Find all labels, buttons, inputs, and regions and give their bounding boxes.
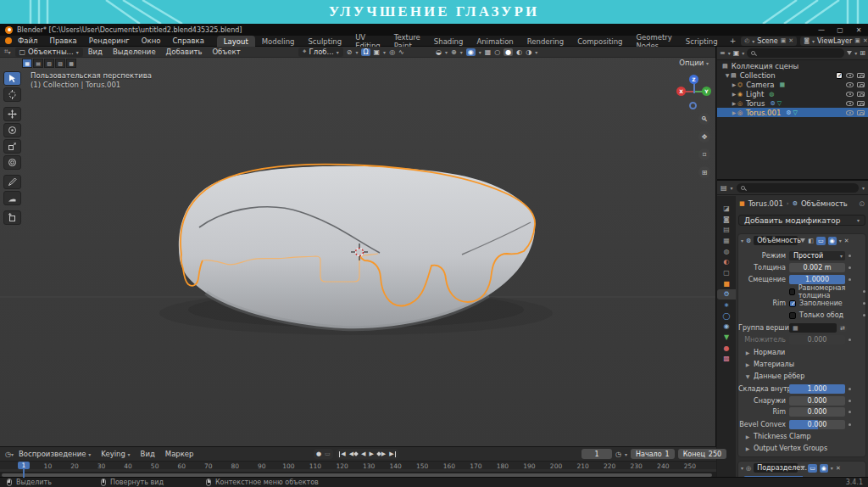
tab-texture[interactable]: ▩	[717, 354, 736, 365]
rim-fill-checkbox[interactable]	[789, 300, 796, 307]
tab-collection[interactable]: ▢	[717, 267, 736, 278]
select-mode-invert-icon[interactable]: ▨	[55, 59, 65, 68]
mode-dropdown[interactable]: Простой▾	[789, 251, 845, 260]
menu-view[interactable]: Вид	[136, 450, 160, 458]
shading-wireframe-icon[interactable]: ○	[494, 48, 500, 56]
animate-dot[interactable]	[849, 255, 851, 257]
filter-icon[interactable]	[847, 51, 852, 55]
collection-checkbox[interactable]	[836, 72, 843, 79]
pivot-point-icon[interactable]: ⊘	[347, 48, 353, 56]
current-frame-field[interactable]: 1	[581, 449, 612, 459]
tab-constraints[interactable]: ◉	[717, 322, 736, 333]
proportional-editing-icon[interactable]: ◎	[389, 48, 395, 56]
hide-viewport-icon[interactable]	[846, 110, 854, 115]
outliner-display-mode-icon[interactable]: ≡	[720, 49, 726, 57]
menu-window[interactable]: Окно	[136, 36, 167, 45]
shading-material-icon[interactable]: ◐	[516, 48, 522, 56]
animate-dot[interactable]	[849, 423, 851, 426]
tab-animation[interactable]: Animation	[470, 36, 520, 47]
crease-inner-slider[interactable]: 1.000	[789, 384, 845, 394]
collection-row[interactable]: ▼ ▤ Collection	[717, 70, 868, 80]
disable-render-icon[interactable]	[857, 110, 865, 115]
transform-orientation-dropdown[interactable]: ⌖ Глоб... ▾	[298, 48, 343, 57]
tab-world[interactable]: ◐	[717, 256, 736, 267]
extras-menu-icon[interactable]: ▾	[831, 465, 833, 471]
disable-render-icon[interactable]	[857, 92, 865, 97]
viewport-3d[interactable]: ⌗▾ ▢ Объектны... ▾ Вид Выделение Добавит…	[0, 47, 716, 446]
disclosure-icon[interactable]: ▶	[731, 91, 737, 97]
menu-object[interactable]: Объект	[207, 48, 245, 56]
tab-geometry-nodes[interactable]: Geometry Nodes	[629, 36, 678, 47]
gizmo-axis-x[interactable]: X	[676, 87, 686, 96]
disable-render-icon[interactable]	[857, 101, 865, 106]
navigation-gizmo[interactable]: Z X Y	[661, 68, 712, 119]
display-render-icon[interactable]: ◉	[828, 237, 837, 245]
view-layer-selector[interactable]: ◙▾ ViewLayer ▣✕	[800, 36, 868, 46]
camera-view-icon[interactable]: ⌑	[698, 148, 710, 160]
timeline-ruler-ticks[interactable]: 1020304050607080901001101201301401501601…	[0, 461, 716, 469]
hide-viewport-icon[interactable]	[846, 92, 854, 97]
display-viewport-icon[interactable]: ▭	[808, 464, 817, 473]
menu-select[interactable]: Выделение	[108, 48, 161, 56]
hide-viewport-icon[interactable]	[846, 82, 854, 87]
bevel-convex-slider[interactable]: 0.000	[789, 420, 845, 429]
vertex-group-input[interactable]: ▦	[789, 323, 837, 333]
menu-keying[interactable]: Keying ▾	[96, 450, 135, 458]
jump-to-end-button[interactable]: ▶	[389, 451, 396, 457]
disclosure-icon[interactable]: ▶	[731, 81, 737, 87]
zoom-icon[interactable]: 🔍︎	[698, 113, 710, 125]
edit-mode-filter-icon[interactable]	[800, 238, 805, 243]
animate-dot[interactable]	[863, 290, 865, 293]
move-tool[interactable]	[3, 107, 21, 121]
new-scene-icon[interactable]: ▣	[781, 37, 787, 44]
next-keyframe-button[interactable]: ▶	[377, 451, 386, 457]
pin-icon[interactable]: ⊙	[859, 199, 865, 208]
tab-material[interactable]: ●	[717, 343, 736, 354]
display-render-icon[interactable]: ◉	[820, 464, 828, 473]
add-modifier-dropdown[interactable]: Добавить модификатор ▾	[738, 215, 865, 226]
modifier-name-field[interactable]: Подразделе...	[754, 463, 798, 473]
gizmo-axis-z[interactable]: Z	[689, 75, 698, 84]
select-mode-intersect-icon[interactable]: ▩	[66, 59, 76, 68]
object-visibility-icon[interactable]: ◒	[436, 48, 442, 56]
animate-dot[interactable]	[849, 266, 851, 269]
disclosure-icon[interactable]: ▶	[731, 100, 737, 106]
section-edge-data[interactable]: ▼Данные рёбер	[745, 371, 804, 381]
tab-object-data[interactable]: ▼	[717, 332, 736, 343]
modifier-name-field[interactable]: Объёмность	[754, 236, 798, 245]
disable-render-icon[interactable]	[857, 82, 865, 87]
menu-file[interactable]: Файл	[12, 36, 43, 45]
hide-viewport-icon[interactable]	[846, 101, 854, 106]
tab-shading[interactable]: Shading	[427, 36, 470, 47]
tab-sculpting[interactable]: Sculpting	[301, 36, 348, 47]
tab-modeling[interactable]: Modeling	[255, 36, 302, 47]
snap-magnet-icon[interactable]: Ω	[361, 48, 370, 56]
animate-dot[interactable]	[863, 314, 865, 316]
section-output-vertex-groups[interactable]: ▶Output Vertex Groups	[745, 443, 827, 453]
menu-playback[interactable]: Воспроизведение ▾	[14, 450, 96, 458]
editor-type-icon[interactable]: ▤	[721, 184, 727, 192]
keying-set-button[interactable]: ▭	[325, 451, 331, 457]
animate-dot[interactable]	[849, 411, 851, 413]
options-dropdown[interactable]: Опции ▾	[679, 59, 709, 67]
tab-scripting[interactable]: Scripting	[679, 36, 725, 47]
tab-rendering[interactable]: Rendering	[520, 36, 570, 47]
new-layer-icon[interactable]: ▣	[854, 37, 860, 44]
on-cage-icon[interactable]: ◧	[808, 238, 814, 244]
select-mode-extend-icon[interactable]: ▤	[33, 59, 43, 68]
tab-uv-editing[interactable]: UV Editing	[348, 36, 387, 47]
disclosure-icon[interactable]: ▼	[724, 72, 731, 78]
outliner-row-torus-001[interactable]: ▶ ◎ Torus.001 ⚙ ▽	[717, 108, 868, 117]
prev-keyframe-button[interactable]: ◀	[349, 451, 358, 457]
properties-search-input[interactable]	[737, 183, 859, 193]
animate-dot[interactable]	[849, 339, 851, 341]
blender-menu-button[interactable]	[5, 36, 12, 45]
frame-end-field[interactable]: Конец250	[678, 449, 726, 459]
shading-solid-icon[interactable]: ●	[504, 48, 513, 56]
disable-render-icon[interactable]	[857, 73, 865, 78]
auto-keying-record-button[interactable]: ●	[316, 451, 321, 457]
maximize-button[interactable]: ▢	[831, 26, 849, 34]
disclosure-icon[interactable]: ▶	[731, 109, 737, 115]
cursor-tool[interactable]	[3, 87, 21, 102]
hide-viewport-icon[interactable]	[846, 73, 854, 78]
